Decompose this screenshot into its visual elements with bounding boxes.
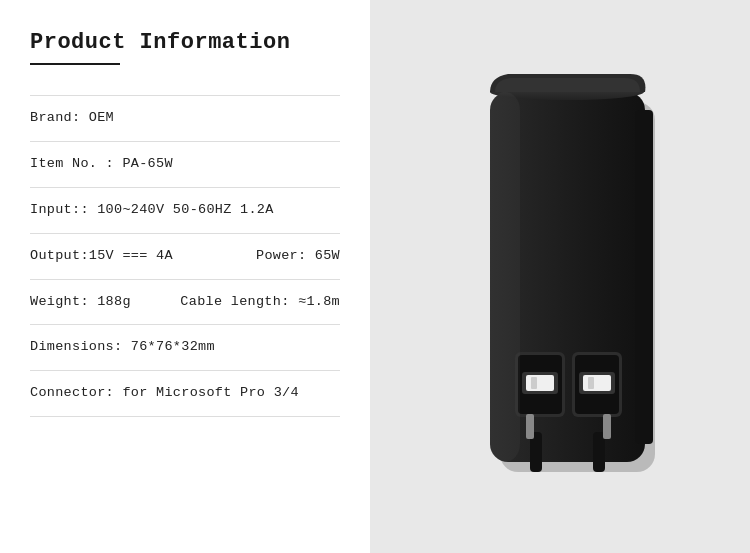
specs-list: Brand: OEM Item No. : PA-65W Input:: 100… [30,95,340,417]
svg-rect-5 [593,432,605,472]
product-title: Product Information [30,30,340,55]
spec-power: Power: 65W [256,247,340,266]
svg-rect-15 [588,377,594,389]
svg-rect-10 [531,377,537,389]
svg-rect-16 [526,414,534,439]
spec-dimensions: Dimensions: 76*76*32mm [30,325,340,371]
svg-rect-18 [490,92,520,462]
charger-product-image [440,62,680,492]
spec-item-no: Item No. : PA-65W [30,142,340,188]
spec-weight: Weight: 188g [30,293,131,312]
image-panel [370,0,750,553]
svg-rect-2 [635,110,653,444]
spec-cable-length: Cable length: ≈1.8m [180,293,340,312]
svg-rect-17 [603,414,611,439]
info-panel: Product Information Brand: OEM Item No. … [0,0,370,553]
page-container: Product Information Brand: OEM Item No. … [0,0,750,553]
spec-brand: Brand: OEM [30,95,340,142]
spec-weight-cable: Weight: 188g Cable length: ≈1.8m [30,280,340,326]
svg-rect-14 [583,375,611,391]
spec-input: Input:: 100~240V 50-60HZ 1.2A [30,188,340,234]
spec-output: Output:15V === 4A [30,247,173,266]
spec-connector: Connector: for Microsoft Pro 3/4 [30,371,340,417]
title-section: Product Information [30,30,340,65]
title-underline [30,63,120,65]
svg-rect-9 [526,375,554,391]
spec-output-power: Output:15V === 4A Power: 65W [30,234,340,280]
